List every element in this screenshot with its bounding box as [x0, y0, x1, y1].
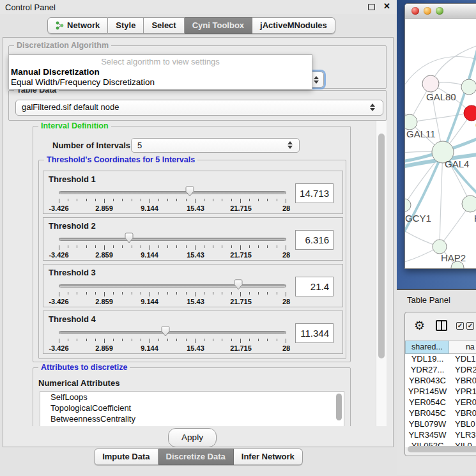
tab-select[interactable]: Select — [144, 17, 184, 34]
network-canvas[interactable]: GAL80 G C GAL11 GAL4 GCY1 H HAP2 — [405, 19, 476, 269]
tick-label: 28 — [282, 298, 290, 305]
node-label: GAL4 — [445, 158, 469, 169]
group-title: Threshold's Coordinates for 5 Intervals — [44, 155, 197, 165]
threshold-value-field[interactable]: 11.344 — [295, 323, 334, 343]
tick-label: 9.144 — [141, 204, 158, 212]
cyni-toolbox-panel: Discretization Algorithm Select algorith… — [3, 37, 394, 447]
tab-infer-network[interactable]: Infer Network — [234, 449, 303, 465]
tick-label: 2.859 — [95, 204, 113, 212]
slider-thumb[interactable] — [161, 326, 170, 337]
list-item[interactable]: TopologicalCoefficient — [40, 403, 344, 413]
tick-label: 15.43 — [187, 251, 204, 259]
main-scrollbar-track[interactable] — [376, 121, 387, 426]
slider-track[interactable] — [59, 238, 286, 241]
slider-thumb[interactable] — [125, 233, 134, 243]
control-panel: Control Panel ✕ Network Style Select Cyn… — [0, 0, 397, 476]
list-item[interactable]: SelfLoops — [40, 392, 344, 403]
cell-shared-name: YBL079W — [405, 419, 450, 430]
cell-name: YDR2 — [450, 365, 476, 376]
tab-impute-data[interactable]: Impute Data — [94, 449, 158, 465]
horizontal-scrollbar-thumb[interactable] — [408, 446, 476, 452]
zoom-traffic-light-icon[interactable] — [436, 7, 443, 15]
slider-ticks — [59, 245, 286, 250]
table-row[interactable]: YPR145W YPR1 — [405, 387, 476, 397]
split-columns-icon[interactable] — [436, 320, 447, 331]
node-label: HAP2 — [441, 252, 466, 263]
column-header-shared[interactable]: shared... — [405, 341, 449, 354]
checkbox-icon[interactable]: ✓ — [466, 322, 474, 330]
table-row[interactable]: YBL079W YBL0 — [405, 419, 476, 430]
tick-label: 9.144 — [141, 344, 158, 352]
checkbox-icon[interactable]: ✓ — [456, 322, 464, 330]
network-icon — [56, 21, 64, 30]
slider-track[interactable] — [59, 331, 286, 334]
threshold-value-field[interactable]: 21.4 — [295, 277, 334, 296]
threshold-label: Threshold 1 — [49, 174, 96, 184]
tab-style[interactable]: Style — [108, 17, 144, 34]
cell-name: YBL0 — [450, 419, 475, 430]
tick-label: 28 — [282, 251, 290, 259]
slider-thumb[interactable] — [185, 186, 194, 197]
cell-name: YPR1 — [450, 387, 476, 397]
apply-button[interactable]: Apply — [168, 428, 217, 447]
bottom-tab-bar: Impute Data Discretize Data Infer Networ… — [0, 449, 397, 465]
table-row[interactable]: YBR045C YBR0 — [405, 408, 476, 419]
table-body: YDL19... YDL1 YDR27... YDR2 YBR043C YBR0… — [405, 354, 476, 447]
tick-label: -3.426 — [49, 251, 68, 259]
tab-cyni-toolbox[interactable]: Cyni Toolbox — [185, 17, 252, 34]
slider-thumb[interactable] — [234, 279, 243, 290]
table-row[interactable]: YLR345W YLR3 — [405, 430, 476, 441]
algorithm-dropdown-popup: Select algorithm to view settings Manual… — [8, 54, 312, 89]
node-label: GCY1 — [405, 213, 431, 224]
network-view-window[interactable]: GAL80 G C GAL11 GAL4 GCY1 H HAP2 — [404, 3, 476, 269]
threshold-value-field[interactable]: 6.316 — [295, 230, 334, 250]
slider-ticks — [59, 339, 286, 344]
dropdown-option-manual-discretization[interactable]: Manual Discretization — [9, 66, 312, 77]
tick-label: 21.715 — [230, 344, 252, 352]
tick-label: 15.43 — [187, 344, 204, 352]
number-of-intervals-combobox[interactable]: 5 — [131, 138, 300, 153]
tab-label: Network — [67, 20, 100, 30]
column-header-name[interactable]: na — [449, 341, 476, 354]
network-window-titlebar — [405, 4, 476, 19]
threshold-value-field[interactable]: 14.713 — [295, 183, 334, 203]
close-traffic-light-icon[interactable] — [411, 7, 419, 15]
tick-label: 2.859 — [95, 344, 113, 352]
threshold-slider-box: Threshold 3 -3.426 2.859 9.144 15.43 21.… — [43, 264, 343, 307]
threshold-list: Threshold 1 -3.426 2.859 9.144 15.43 21.… — [39, 171, 346, 354]
thresholds-group: Threshold's Coordinates for 5 Intervals … — [38, 160, 346, 359]
minimize-traffic-light-icon[interactable] — [424, 7, 431, 15]
settings-scroll-viewport: Interval Definition Number of Intervals … — [8, 121, 387, 426]
settings-gear-icon[interactable]: ⚙ — [414, 318, 425, 333]
tab-label: jActiveMNodules — [260, 20, 327, 30]
threshold-slider-box: Threshold 1 -3.426 2.859 9.144 15.43 21.… — [43, 171, 343, 214]
table-data-combobox[interactable]: galFiltered.sif default node — [15, 100, 383, 116]
table-row[interactable]: YBR043C YBR0 — [405, 376, 476, 387]
float-window-icon[interactable] — [368, 4, 375, 10]
list-item[interactable]: BetweennessCentrality — [40, 413, 344, 424]
tab-discretize-data[interactable]: Discretize Data — [158, 449, 234, 465]
close-icon[interactable]: ✕ — [383, 1, 390, 11]
control-panel-titlebar: Control Panel ✕ — [0, 0, 397, 14]
top-tab-bar: Network Style Select Cyni Toolbox jActiv… — [0, 14, 397, 37]
table-window: ⚙ ✓ ✓ shared... na YDL19... YDL1 YDR27..… — [404, 312, 476, 456]
network-desktop: GAL80 G C GAL11 GAL4 GCY1 H HAP2 — [397, 0, 476, 289]
dropdown-option-equal-width-frequency[interactable]: Equal Width/Frequency Discretization — [9, 77, 312, 87]
tab-network[interactable]: Network — [47, 17, 108, 34]
slider-track[interactable] — [59, 284, 286, 288]
tab-jactivemnodules[interactable]: jActiveMNodules — [252, 17, 335, 34]
node-label: GAL11 — [406, 128, 436, 139]
cell-shared-name: YER054C — [405, 397, 450, 408]
cell-shared-name: YBR045C — [405, 408, 450, 419]
list-scrollbar-thumb[interactable] — [336, 394, 342, 420]
table-row[interactable]: YER054C YER0 — [405, 397, 476, 408]
tab-label: Style — [116, 20, 135, 30]
threshold-label: Threshold 3 — [49, 268, 96, 277]
main-scrollbar-thumb[interactable] — [378, 134, 385, 358]
cell-name: YDL1 — [450, 354, 476, 365]
slider-ticks — [59, 292, 286, 297]
table-row[interactable]: YDR27... YDR2 — [405, 365, 476, 376]
tick-label: -3.426 — [49, 344, 68, 352]
table-row[interactable]: YDL19... YDL1 — [405, 354, 476, 365]
slider-track[interactable] — [59, 191, 286, 194]
